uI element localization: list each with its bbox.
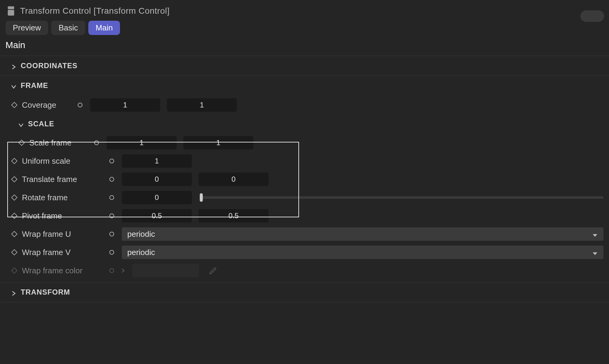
reset-circle-icon[interactable] [108, 231, 115, 237]
pencil-icon[interactable] [209, 266, 217, 275]
page-title: Main [0, 39, 609, 56]
keyframe-diamond-icon[interactable] [11, 194, 18, 201]
svg-point-4 [110, 159, 114, 163]
keyframe-diamond-icon[interactable] [18, 139, 25, 146]
translate-frame-input-y[interactable] [199, 173, 269, 186]
wrap-frame-u-value: periodic [127, 229, 592, 239]
reset-circle-icon[interactable] [108, 158, 115, 164]
chevron-right-icon [11, 289, 16, 295]
divider [0, 302, 609, 302]
row-scale-frame: Scale frame [0, 134, 609, 152]
wrap-frame-color-label: Wrap frame color [22, 266, 102, 275]
svg-point-9 [110, 250, 114, 254]
tabs-bar: Preview Basic Main [0, 21, 609, 39]
translate-frame-label: Translate frame [22, 175, 102, 184]
chevron-right-icon [11, 63, 16, 68]
reset-circle-icon[interactable] [108, 249, 115, 256]
row-uniform-scale: Uniform scale [0, 152, 609, 170]
reset-circle-icon[interactable] [108, 194, 115, 201]
reset-circle-icon[interactable] [108, 212, 115, 219]
svg-rect-1 [8, 10, 14, 16]
node-icon [7, 5, 15, 16]
keyframe-diamond-icon[interactable] [11, 176, 18, 183]
svg-point-10 [110, 268, 114, 273]
row-coverage: Coverage [0, 96, 609, 114]
dropdown-arrow-icon [592, 231, 598, 237]
scale-frame-input-x[interactable] [107, 136, 177, 149]
translate-frame-input-x[interactable] [122, 173, 192, 186]
group-scale-header[interactable]: SCALE [0, 114, 609, 134]
row-wrap-frame-u: Wrap frame U periodic [0, 225, 609, 243]
row-translate-frame: Translate frame [0, 170, 609, 188]
coverage-input-y[interactable] [167, 98, 237, 112]
rotate-frame-input[interactable] [122, 191, 192, 204]
svg-point-7 [110, 214, 114, 218]
slider-thumb[interactable] [200, 193, 203, 202]
svg-point-2 [78, 103, 82, 107]
group-frame-header[interactable]: FRAME [0, 76, 609, 95]
group-frame-label: FRAME [21, 81, 48, 90]
group-transform-label: TRANSFORM [21, 288, 70, 296]
properties-panel: Transform Control [Transform Control] Pr… [0, 0, 609, 302]
row-wrap-frame-v: Wrap frame V periodic [0, 243, 609, 261]
keyframe-diamond-icon[interactable] [11, 212, 18, 219]
group-scale-label: SCALE [28, 120, 54, 128]
group-coordinates-label: COORDINATES [21, 61, 78, 70]
tab-preview[interactable]: Preview [5, 21, 48, 35]
rotate-frame-label: Rotate frame [22, 193, 102, 202]
svg-point-6 [110, 195, 114, 200]
rotate-frame-slider[interactable] [200, 196, 604, 199]
panel-header: Transform Control [Transform Control] [0, 0, 609, 21]
group-coordinates-header[interactable]: COORDINATES [0, 56, 609, 75]
row-rotate-frame: Rotate frame [0, 188, 609, 207]
tab-basic[interactable]: Basic [51, 21, 85, 35]
reset-circle-icon[interactable] [77, 102, 83, 108]
pivot-frame-label: Pivot frame [22, 211, 102, 221]
wrap-frame-color-swatch[interactable] [132, 264, 199, 277]
dropdown-arrow-icon [592, 249, 598, 255]
reset-circle-icon[interactable] [93, 139, 100, 146]
group-transform-header[interactable]: TRANSFORM [0, 282, 609, 302]
chevron-down-icon [18, 121, 24, 127]
scale-frame-label: Scale frame [29, 138, 87, 148]
keyframe-diamond-icon[interactable] [11, 158, 18, 164]
wrap-frame-u-label: Wrap frame U [22, 229, 102, 239]
tab-main[interactable]: Main [88, 21, 120, 35]
svg-rect-0 [8, 6, 14, 9]
pivot-frame-input-x[interactable] [122, 209, 192, 222]
uniform-scale-input[interactable] [122, 154, 192, 168]
reset-circle-icon[interactable] [108, 267, 115, 274]
reset-circle-icon[interactable] [108, 176, 115, 183]
keyframe-diamond-icon[interactable] [11, 267, 18, 274]
pivot-frame-input-y[interactable] [199, 209, 269, 222]
panel-title: Transform Control [Transform Control] [20, 6, 170, 16]
header-pill[interactable] [580, 10, 604, 22]
svg-point-3 [94, 141, 99, 145]
coverage-label: Coverage [22, 100, 71, 110]
chevron-right-icon[interactable] [121, 268, 125, 273]
frame-rows: Coverage SCALE Scale frame [0, 95, 609, 282]
keyframe-diamond-icon[interactable] [11, 102, 18, 108]
wrap-frame-v-label: Wrap frame V [22, 248, 102, 257]
keyframe-diamond-icon[interactable] [11, 231, 18, 237]
chevron-down-icon [11, 83, 16, 88]
wrap-frame-v-value: periodic [127, 248, 592, 257]
svg-point-8 [110, 232, 114, 236]
coverage-input-x[interactable] [90, 98, 160, 112]
row-pivot-frame: Pivot frame [0, 207, 609, 225]
scale-frame-input-y[interactable] [183, 136, 253, 149]
wrap-frame-u-dropdown[interactable]: periodic [122, 227, 604, 241]
uniform-scale-label: Uniform scale [22, 156, 102, 166]
keyframe-diamond-icon[interactable] [11, 249, 18, 256]
wrap-frame-v-dropdown[interactable]: periodic [122, 246, 604, 259]
row-wrap-frame-color: Wrap frame color [0, 261, 609, 280]
svg-point-5 [110, 177, 114, 181]
